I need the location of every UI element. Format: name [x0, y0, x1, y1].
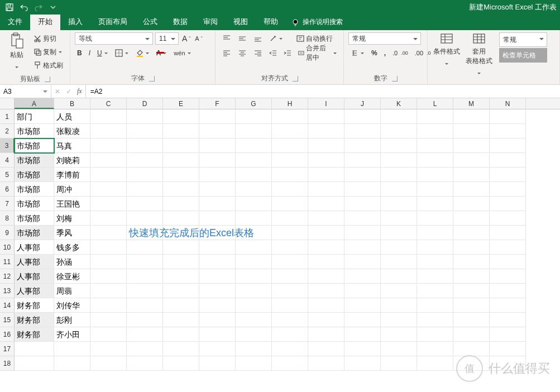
cell[interactable] — [272, 226, 308, 240]
cell[interactable]: 张毅凌 — [54, 124, 90, 138]
tab-page-layout[interactable]: 页面布局 — [90, 13, 135, 30]
cell[interactable] — [344, 182, 381, 197]
cell[interactable] — [90, 240, 127, 255]
cell[interactable] — [199, 327, 236, 342]
cell[interactable] — [272, 255, 308, 269]
cell[interactable] — [381, 226, 417, 240]
column-header-K[interactable]: K — [381, 98, 417, 109]
dialog-launcher-icon[interactable] — [45, 77, 50, 82]
cell[interactable] — [163, 240, 199, 255]
row-header[interactable]: 7 — [0, 197, 15, 211]
cell[interactable] — [272, 356, 308, 371]
cell[interactable] — [163, 356, 199, 371]
cell[interactable] — [127, 138, 163, 153]
conditional-format-button[interactable]: 条件格式 — [432, 32, 461, 70]
cell[interactable] — [163, 342, 199, 356]
cell[interactable] — [272, 269, 308, 284]
cell[interactable] — [127, 356, 163, 371]
decrease-indent-icon[interactable] — [267, 47, 279, 59]
cell[interactable] — [199, 182, 236, 197]
cell[interactable] — [236, 168, 272, 182]
cell[interactable] — [308, 327, 344, 342]
wrap-text-button[interactable]: 自动换行 — [294, 32, 335, 45]
cell[interactable] — [490, 240, 526, 255]
cell[interactable] — [417, 153, 453, 168]
cell[interactable] — [453, 109, 490, 124]
row-header[interactable]: 13 — [0, 284, 15, 298]
column-header-N[interactable]: N — [490, 98, 526, 109]
cell[interactable] — [90, 168, 127, 182]
cell[interactable] — [90, 313, 127, 327]
cell[interactable] — [199, 269, 236, 284]
cell[interactable] — [453, 269, 490, 284]
phonetic-button[interactable]: wén — [171, 47, 193, 59]
cell[interactable] — [236, 284, 272, 298]
cell[interactable]: 人事部 — [15, 255, 54, 269]
cell[interactable] — [308, 124, 344, 138]
column-header-M[interactable]: M — [453, 98, 490, 109]
align-left-icon[interactable] — [220, 47, 233, 59]
increase-font-icon[interactable]: Aˆ — [181, 32, 192, 45]
cell[interactable] — [344, 356, 381, 371]
cell[interactable] — [417, 182, 453, 197]
cell[interactable] — [344, 197, 381, 211]
borders-button[interactable] — [113, 47, 131, 59]
cell[interactable] — [163, 284, 199, 298]
cell[interactable] — [236, 240, 272, 255]
cell[interactable] — [453, 240, 490, 255]
cell[interactable] — [236, 356, 272, 371]
cell[interactable] — [381, 269, 417, 284]
cell[interactable] — [163, 226, 199, 240]
cell-style-normal[interactable]: 常规 — [499, 32, 547, 47]
cell[interactable] — [344, 109, 381, 124]
cell[interactable] — [90, 153, 127, 168]
cell[interactable] — [127, 255, 163, 269]
row-header[interactable]: 1 — [0, 109, 15, 124]
row-header[interactable]: 4 — [0, 153, 15, 168]
cell[interactable]: 市场部 — [15, 153, 54, 168]
cell[interactable] — [453, 153, 490, 168]
tab-file[interactable]: 文件 — [0, 13, 30, 30]
cell[interactable] — [381, 138, 417, 153]
cell[interactable] — [381, 182, 417, 197]
cell[interactable] — [127, 168, 163, 182]
cell[interactable] — [163, 168, 199, 182]
cell[interactable] — [272, 109, 308, 124]
cell[interactable] — [453, 356, 490, 371]
cell[interactable] — [308, 211, 344, 226]
cell[interactable]: 李博前 — [54, 168, 90, 182]
cell[interactable] — [490, 226, 526, 240]
cell[interactable] — [453, 211, 490, 226]
cell[interactable] — [417, 197, 453, 211]
cell[interactable] — [344, 284, 381, 298]
underline-button[interactable]: U — [95, 47, 111, 59]
font-size-select[interactable]: 11 — [155, 32, 179, 45]
cell[interactable] — [308, 269, 344, 284]
cell[interactable]: 财务部 — [15, 313, 54, 327]
cell[interactable] — [453, 138, 490, 153]
cell[interactable] — [90, 226, 127, 240]
cell[interactable] — [453, 298, 490, 313]
cell[interactable] — [90, 269, 127, 284]
cell[interactable] — [417, 226, 453, 240]
cell[interactable] — [453, 327, 490, 342]
column-header-I[interactable]: I — [308, 98, 344, 109]
cell[interactable] — [417, 284, 453, 298]
cell[interactable] — [272, 138, 308, 153]
cell[interactable] — [490, 197, 526, 211]
save-icon[interactable] — [2, 1, 17, 13]
cell[interactable] — [381, 327, 417, 342]
cell[interactable] — [127, 342, 163, 356]
cell[interactable] — [90, 124, 127, 138]
cell[interactable] — [344, 153, 381, 168]
comma-icon[interactable]: , — [382, 47, 388, 59]
cell[interactable] — [344, 240, 381, 255]
tab-formulas[interactable]: 公式 — [135, 13, 165, 30]
cell[interactable] — [272, 124, 308, 138]
cell[interactable] — [344, 298, 381, 313]
cell[interactable]: 人事部 — [15, 269, 54, 284]
cell[interactable]: 齐小田 — [54, 327, 90, 342]
cell[interactable] — [381, 197, 417, 211]
cell[interactable] — [490, 327, 526, 342]
cell[interactable] — [381, 168, 417, 182]
